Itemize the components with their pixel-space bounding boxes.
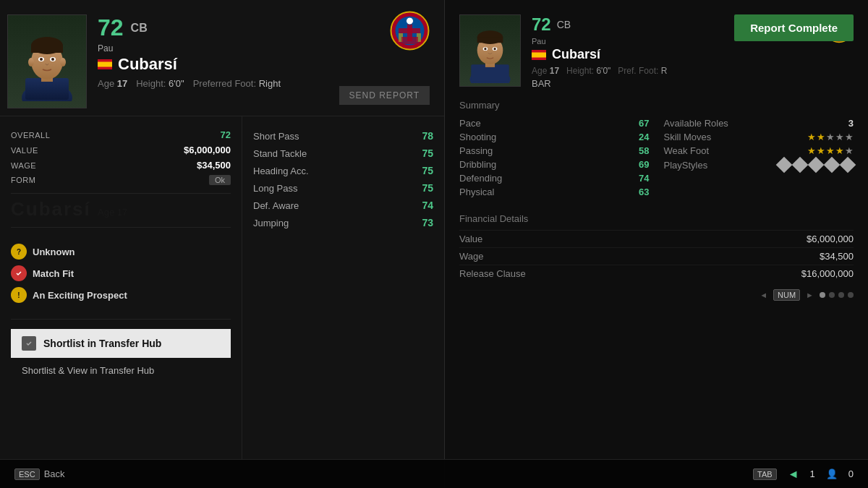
right-club-name: BAR xyxy=(532,78,825,89)
back-label: Back xyxy=(44,468,65,479)
svg-rect-21 xyxy=(401,37,418,44)
summary-section: Summary Pace 67 Shooting 24 Passing 58 xyxy=(459,100,854,199)
prospect-label: An Exciting Prospect xyxy=(33,290,127,301)
pace-value: 67 xyxy=(639,118,649,129)
status-section: ? Unknown Match Fit xyxy=(11,234,231,313)
fin-release: $16,000,000 xyxy=(801,268,854,279)
divider-1 xyxy=(11,193,231,194)
divider-3 xyxy=(11,319,231,320)
bg-player-age: Age 17 xyxy=(98,207,127,218)
short-pass-value: 78 xyxy=(422,130,433,142)
dot-1 xyxy=(820,292,825,298)
wf-star-3: ★ xyxy=(826,145,835,156)
shortlist-view-button[interactable]: Shortlist & View in Transfer Hub xyxy=(11,359,231,382)
physical-summary-row: Physical 63 xyxy=(459,185,650,199)
attr-short-pass: Short Pass 78 xyxy=(253,127,433,145)
overall-label: OVERALL xyxy=(11,131,50,140)
people-icon: 👤 xyxy=(826,468,838,479)
fin-value-row: Value $6,000,000 xyxy=(459,230,854,247)
send-report-button[interactable]: SEND REPORT xyxy=(339,86,430,105)
svg-rect-17 xyxy=(399,28,420,33)
player-rating: 72 xyxy=(98,14,124,41)
back-button[interactable]: ESC Back xyxy=(14,468,65,480)
height-label: Height: xyxy=(136,78,166,89)
financial-title: Financial Details xyxy=(459,213,854,224)
stand-tackle-label: Stand Tackle xyxy=(253,148,307,159)
form-value: Ok xyxy=(209,175,231,185)
bottom-right: TAB ◄ 1 👤 0 xyxy=(753,468,854,481)
report-complete-button[interactable]: Report Complete xyxy=(734,14,854,41)
right-age: 17 xyxy=(550,66,559,76)
unknown-label: Unknown xyxy=(33,247,75,257)
form-row: Form Ok xyxy=(11,173,231,187)
fin-wage-row: Wage $34,500 xyxy=(459,247,854,265)
matchfit-icon xyxy=(11,265,27,281)
value-label: VALUE xyxy=(11,146,38,155)
right-name-row: Cubarsí xyxy=(532,47,825,62)
passing-summary-row: Passing 58 xyxy=(459,144,650,158)
matchfit-status: Match Fit xyxy=(11,262,231,284)
count2: 0 xyxy=(848,468,854,479)
barcelona-badge xyxy=(390,11,430,51)
weak-foot-row: Weak Foot ★ ★ ★ ★ ★ xyxy=(664,144,854,158)
short-pass-label: Short Pass xyxy=(253,131,299,142)
tab-badge: TAB xyxy=(753,468,777,480)
player-height: 6'0" xyxy=(169,78,184,89)
attr-long-pass: Long Pass 75 xyxy=(253,179,433,197)
stats-area: OVERALL 72 VALUE $6,000,000 WAGE $34,500… xyxy=(0,116,444,488)
attr-stand-tackle: Stand Tackle 75 xyxy=(253,145,433,162)
right-height: 6'0" xyxy=(596,66,610,76)
fin-wage: $34,500 xyxy=(820,251,854,262)
physical-value: 63 xyxy=(639,187,649,197)
available-roles-row: Available Roles 3 xyxy=(664,116,854,130)
right-foot-label: Pref. Foot: xyxy=(618,66,658,76)
jumping-label: Jumping xyxy=(253,218,289,228)
available-roles-label: Available Roles xyxy=(664,118,728,129)
fin-wage-label: Wage xyxy=(459,251,483,262)
right-stats-col: Available Roles 3 Skill Moves ★ ★ ★ ★ ★ xyxy=(664,116,854,199)
right-height-label: Height: xyxy=(566,66,594,76)
diamond-3 xyxy=(808,157,825,174)
diamond-5 xyxy=(840,157,856,174)
player-name-row: Cubarsí xyxy=(98,55,390,74)
skill-moves-row: Skill Moves ★ ★ ★ ★ ★ xyxy=(664,130,854,144)
player-foot: Right xyxy=(259,78,281,89)
diamond-4 xyxy=(824,157,841,174)
svg-rect-13 xyxy=(98,62,112,67)
shortlist-button[interactable]: Shortlist in Transfer Hub xyxy=(11,329,231,358)
shortlist-view-label: Shortlist & View in Transfer Hub xyxy=(22,365,154,376)
diamond-1 xyxy=(776,157,793,174)
num-badge: NUM xyxy=(773,289,800,301)
jumping-value: 73 xyxy=(422,217,433,228)
fin-value-label: Value xyxy=(459,234,482,244)
main-container: 72 CB Pau Cubarsí Age 17 Height: 6'0" Pr… xyxy=(0,0,868,488)
svg-rect-5 xyxy=(31,46,63,53)
matchfit-label: Match Fit xyxy=(33,268,74,279)
prospect-status: ! An Exciting Prospect xyxy=(11,284,231,306)
right-player-pos: CB xyxy=(557,19,571,30)
dribbling-label: Dribbling xyxy=(459,159,496,170)
right-panel: Report Complete xyxy=(445,0,868,488)
overall-value: 72 xyxy=(221,129,231,140)
weak-foot-stars: ★ ★ ★ ★ ★ xyxy=(807,145,854,156)
heading-acc-label: Heading Acc. xyxy=(253,166,309,176)
right-arrow[interactable]: ► xyxy=(806,291,814,299)
fin-release-label: Release Clause xyxy=(459,268,526,279)
svg-rect-33 xyxy=(477,38,503,43)
pace-row: Pace 67 Shooting 24 Passing 58 Dribbling… xyxy=(459,116,650,199)
esc-badge: ESC xyxy=(14,468,40,480)
summary-title: Summary xyxy=(459,100,854,111)
wf-star-4: ★ xyxy=(835,145,844,156)
left-arrow[interactable]: ◄ xyxy=(760,291,767,299)
value-value: $6,000,000 xyxy=(184,145,231,155)
star-2: ★ xyxy=(817,132,825,142)
pace-label: Pace xyxy=(459,118,481,129)
svg-point-9 xyxy=(51,58,54,61)
star-4: ★ xyxy=(835,132,844,142)
wf-star-5: ★ xyxy=(845,145,854,156)
bottom-bar: ESC Back TAB ◄ 1 👤 0 xyxy=(0,459,868,488)
defending-summary-row: Defending 74 xyxy=(459,171,650,185)
wf-star-2: ★ xyxy=(817,145,825,156)
stand-tackle-value: 75 xyxy=(422,147,433,159)
defending-value: 74 xyxy=(639,173,649,184)
